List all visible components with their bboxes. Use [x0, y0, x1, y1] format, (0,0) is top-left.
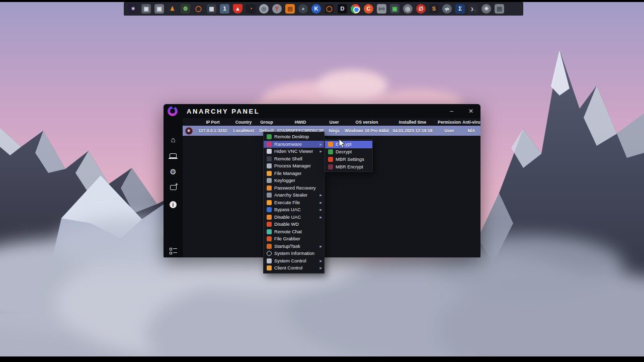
sphere-icon[interactable]: ●: [298, 4, 308, 14]
menu-item-execute-file[interactable]: Execute File▶: [264, 199, 324, 207]
startup-task-icon: [267, 244, 272, 249]
folder-calendar-icon-glyph: 1: [223, 6, 226, 12]
submenu-item-decrypt[interactable]: Decrypt: [325, 148, 372, 156]
menu-item-hiden-vnc-viewer[interactable]: Hiden VNC Viewer▶: [264, 148, 324, 155]
column-header-country[interactable]: Country: [231, 120, 256, 125]
menu-item-ransomware[interactable]: Ransomware▶: [264, 141, 324, 148]
app-grid-icon-glyph: ▦: [209, 6, 214, 12]
sidebar-item-home[interactable]: ⌂: [164, 133, 183, 145]
row-cell-country: LocalHost: [231, 128, 256, 133]
file-manager-icon: [267, 171, 272, 176]
firefox-icon-glyph: ◔: [249, 6, 253, 12]
column-header-anti-virus[interactable]: Anti-virus: [462, 120, 480, 125]
game-character-icon[interactable]: ♟: [168, 4, 177, 14]
menu-item-disable-wd[interactable]: Disable WD: [264, 221, 324, 228]
powershell-icon[interactable]: Σ: [455, 4, 465, 14]
menu-item-anarchy-stealer[interactable]: Anarchy Stealer▶: [264, 192, 324, 199]
sidebar-item-builder[interactable]: [164, 182, 183, 194]
sidebar-item-tasks[interactable]: [164, 245, 183, 257]
menu-item-keylogger-label: Keylogger: [274, 178, 295, 183]
column-header-ip-port[interactable]: IP Port: [195, 120, 231, 125]
close-button[interactable]: ✕: [466, 107, 475, 115]
menu-item-client-control[interactable]: Client Control▶: [264, 264, 324, 272]
submenu-arrow-icon: ▶: [319, 150, 322, 153]
folder-window-icon[interactable]: ▤: [495, 4, 504, 14]
terminal-icon-glyph: ❯_: [471, 7, 476, 11]
chrome-icon[interactable]: [351, 4, 360, 14]
menu-item-file-grabber[interactable]: File Grabber: [264, 235, 324, 243]
game-character-icon-glyph: ♟: [170, 6, 175, 12]
ccleaner-icon[interactable]: C: [364, 4, 373, 14]
d-app-icon[interactable]: D: [338, 4, 347, 14]
menu-item-anarchy-stealer-label: Anarchy Stealer: [274, 193, 307, 198]
row-cell-ip-port: 127.0.0.1:3232: [195, 128, 231, 133]
minimize-button[interactable]: –: [448, 107, 455, 115]
sublime-icon[interactable]: S: [429, 4, 439, 14]
app-grid-icon[interactable]: ▦: [207, 4, 216, 14]
firefox-icon[interactable]: ◔: [246, 4, 256, 14]
bypass-uac-icon: [267, 207, 272, 212]
menu-item-disable-uac[interactable]: Disable UAC▶: [264, 214, 324, 221]
submenu-item-encrypt[interactable]: Encrypt: [325, 141, 372, 148]
sxg-monitor-icon[interactable]: S›G: [377, 4, 386, 14]
search-icon[interactable]: ◯: [194, 4, 203, 14]
sidebar-item-about[interactable]: i: [164, 199, 183, 211]
column-header-permission[interactable]: Permission: [436, 120, 462, 125]
hammer-ban-icon[interactable]: ∅: [416, 4, 426, 14]
column-header-hwid[interactable]: HWID: [277, 120, 324, 125]
trefoil-icon[interactable]: Y: [272, 4, 282, 14]
menu-item-system-information[interactable]: System Information: [264, 250, 324, 257]
globe-icon[interactable]: ◎: [403, 4, 413, 14]
green-monitor-icon[interactable]: ▣: [390, 4, 399, 14]
terminal-icon[interactable]: ❯_: [468, 4, 478, 14]
menu-item-startup-task[interactable]: Startup/Task▶: [264, 243, 324, 250]
menu-item-password-recovery[interactable]: Password Recovery: [264, 185, 324, 192]
nexus-icon[interactable]: ✶: [128, 4, 138, 14]
qb-icon[interactable]: qb: [442, 4, 452, 14]
sidebar-item-clients[interactable]: [164, 149, 183, 161]
sxg-monitor-icon-glyph: S›G: [378, 7, 384, 11]
submenu-item-mbr-encrypt-label: MBR Encrypt: [336, 164, 363, 169]
menu-item-remote-desktop[interactable]: Remote Desktop: [264, 133, 324, 141]
menu-item-password-recovery-label: Password Recovery: [274, 186, 316, 191]
submenu-item-mbr-encrypt[interactable]: MBR Encrypt: [325, 163, 372, 170]
submenu-arrow-icon: ▶: [319, 201, 322, 204]
system-control-icon: [267, 258, 272, 263]
keepass-icon[interactable]: K: [311, 4, 321, 14]
flower-gear-icon[interactable]: ✳: [481, 4, 491, 14]
info-icon: i: [170, 201, 177, 208]
submenu-item-mbr-settings[interactable]: MBR Settings: [325, 156, 372, 163]
file-grabber-icon: [267, 236, 272, 241]
submenu-arrow-icon: ▶: [319, 208, 322, 211]
chrome-grey-icon[interactable]: ◎: [259, 4, 269, 14]
pixel-book-icon[interactable]: ▤: [285, 4, 295, 14]
menu-item-remote-shell[interactable]: Remote Shell: [264, 155, 324, 163]
menu-item-remote-chat[interactable]: Remote Chat: [264, 228, 324, 236]
menu-item-bypass-uac[interactable]: Bypass UAC▶: [264, 206, 324, 214]
image-viewer-icon[interactable]: ▣: [141, 4, 151, 14]
menu-item-keylogger[interactable]: Keylogger: [264, 177, 324, 185]
brave-icon-glyph: ▲: [235, 6, 240, 12]
column-header-os-version[interactable]: OS version: [345, 120, 389, 125]
menu-item-process-manager-label: Process Manager: [274, 163, 311, 168]
menu-item-process-manager[interactable]: Process Manager: [264, 162, 324, 170]
client-context-menu: Remote DesktopRansomware▶Hiden VNC Viewe…: [263, 132, 325, 274]
submenu-item-decrypt-label: Decrypt: [336, 149, 352, 154]
window-controls: – ✕: [448, 107, 475, 115]
column-header-installed-time[interactable]: Installed time: [389, 120, 436, 125]
photo-app-icon[interactable]: ▣: [154, 4, 164, 14]
menu-item-file-manager-label: File Manager: [274, 171, 301, 176]
nexus-icon-glyph: ✶: [131, 6, 135, 12]
column-header-user[interactable]: User: [324, 120, 345, 125]
brave-icon[interactable]: ▲: [233, 4, 243, 14]
folder-calendar-icon[interactable]: 1: [220, 4, 229, 14]
submenu-item-mbr-settings-label: MBR Settings: [336, 157, 364, 162]
column-header-group[interactable]: Group: [256, 120, 277, 125]
sidebar-item-settings[interactable]: ⚙: [164, 165, 183, 177]
menu-item-system-control[interactable]: System Control▶: [264, 257, 324, 265]
green-gear-icon[interactable]: ⚙: [181, 4, 190, 14]
table-row[interactable]: ✶127.0.0.1:3232LocalHostDefault07A3B5EEE…: [183, 126, 480, 136]
submenu-arrow-icon: ▶: [319, 194, 322, 197]
orange-ring-icon[interactable]: ◯: [325, 4, 334, 14]
menu-item-file-manager[interactable]: File Manager: [264, 170, 324, 177]
